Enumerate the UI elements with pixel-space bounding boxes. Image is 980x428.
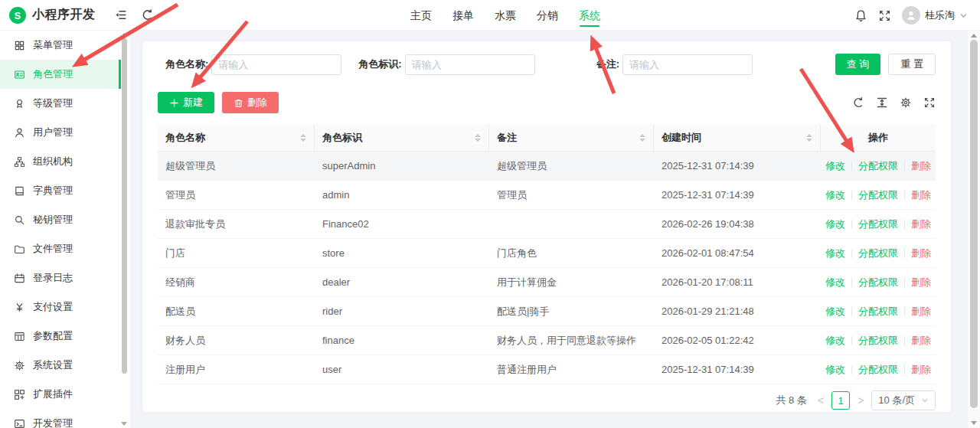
role-code-input[interactable] [405,54,535,75]
column-header-role-code[interactable]: 角色标识 [315,124,489,151]
fullscreen-icon[interactable] [878,9,891,22]
tab-distribution[interactable]: 分销 [537,0,558,31]
reset-button[interactable]: 重 置 [888,54,936,75]
prev-page-button[interactable]: < [818,394,824,407]
bell-icon[interactable] [854,9,867,22]
table-row[interactable]: 注册用户 user 普通注册用户 2025-12-31 07:14:39 修改 … [158,355,936,384]
sidebar-item-level-management[interactable]: 等级管理 [0,89,130,118]
sidebar-item-file-management[interactable]: 文件管理 [0,234,130,263]
sidebar-item-organization[interactable]: 组织机构 [0,147,130,176]
scroll-down-icon[interactable] [971,421,977,425]
sidebar-scrollbar[interactable] [122,38,127,374]
role-name-label: 角色名称: [165,57,208,71]
refresh-icon[interactable] [141,8,154,21]
assign-permissions-link[interactable]: 分配权限 [858,305,898,319]
sidebar-item-menu-management[interactable]: 菜单管理 [0,31,130,60]
sidebar-item-plugins[interactable]: 扩展插件 [0,380,130,409]
table-row[interactable]: 配送员 rider 配送员|骑手 2026-01-29 21:21:48 修改 … [158,297,936,326]
column-header-remark[interactable]: 备注 [489,124,654,151]
edit-link[interactable]: 修改 [825,188,845,202]
user-name: 桂乐淘 [925,8,955,22]
sidebar-item-payment-settings[interactable]: 支付设置 [0,292,130,322]
edit-link[interactable]: 修改 [825,217,845,231]
table-row[interactable]: 经销商 dealer 用于计算佣金 2026-01-20 17:08:11 修改… [158,268,936,297]
edit-link[interactable]: 修改 [825,334,845,348]
edit-link[interactable]: 修改 [825,305,845,319]
table-row[interactable]: 管理员 admin 管理员 2025-12-31 07:14:39 修改 分配权… [158,181,936,210]
tab-system[interactable]: 系统 [579,0,600,31]
column-settings-gear-icon[interactable] [900,96,912,109]
remark-input[interactable] [622,54,753,75]
column-header-created-time[interactable]: 创建时间 [654,124,821,151]
edit-link[interactable]: 修改 [825,247,845,260]
sort-icon[interactable] [639,134,645,142]
column-header-role-name[interactable]: 角色名称 [158,124,315,151]
tab-orders[interactable]: 接单 [452,0,474,31]
sidebar-item-secret-keys[interactable]: 秘钥管理 [0,205,130,234]
delete-link[interactable]: 删除 [911,305,931,319]
sort-icon[interactable] [806,134,812,142]
table-row[interactable]: 退款审批专员 Finance02 2026-02-26 19:04:38 修改 … [158,210,936,239]
sidebar-item-system-settings[interactable]: 系统设置 [0,351,130,380]
delete-button[interactable]: 删除 [222,92,279,113]
cell-remark: 配送员|骑手 [489,297,654,325]
assign-permissions-link[interactable]: 分配权限 [858,276,898,289]
sidebar-item-login-logs[interactable]: 登录日志 [0,263,130,292]
page-scrollbar[interactable] [968,31,980,428]
edit-link[interactable]: 修改 [825,276,845,289]
sidebar-item-parameters[interactable]: 参数配置 [0,322,130,351]
user-menu[interactable]: 桂乐淘 [902,6,968,25]
sort-icon[interactable] [475,134,481,142]
sidebar-item-user-management[interactable]: 用户管理 [0,118,130,147]
cell-created-time: 2025-12-31 07:14:39 [654,181,821,209]
delete-link[interactable]: 删除 [911,363,931,377]
scroll-up-icon[interactable] [971,34,977,38]
role-management-panel: 角色名称: 角色标识: 备注: 查 询 重 置 [142,41,951,412]
table-row[interactable]: 财务人员 finance 财务人员，用于同意退款等操作 2026-02-05 0… [158,326,936,355]
delete-link[interactable]: 删除 [911,276,931,289]
menu-fold-icon[interactable] [114,8,127,21]
edit-link[interactable]: 修改 [825,363,845,377]
table-header: 角色名称 角色标识 备注 创建时间 [158,124,936,152]
tab-home[interactable]: 主页 [410,0,432,31]
scrollbar-thumb[interactable] [970,40,978,408]
sidebar-item-dictionary[interactable]: 字典管理 [0,176,130,205]
table-refresh-icon[interactable] [852,96,864,109]
assign-permissions-link[interactable]: 分配权限 [858,159,898,173]
sidebar-scroll-down-icon[interactable] [121,422,127,426]
delete-link[interactable]: 删除 [911,188,931,202]
filter-role-code: 角色标识: [358,54,534,75]
sort-icon[interactable] [300,134,306,142]
avatar [902,6,920,25]
page-size-select[interactable]: 10 条/页 [871,390,936,410]
search-button[interactable]: 查 询 [835,54,881,75]
role-name-input[interactable] [211,54,341,75]
assign-permissions-link[interactable]: 分配权限 [858,188,898,202]
delete-link[interactable]: 删除 [911,217,931,231]
table-fullscreen-icon[interactable] [923,96,936,109]
sidebar-item-dev-management[interactable]: 开发管理 [0,409,130,428]
sidebar-item-role-management[interactable]: 角色管理 [0,60,121,89]
table-row[interactable]: 门店 store 门店角色 2026-02-01 08:47:54 修改 分配权… [158,239,936,268]
delete-link[interactable]: 删除 [911,247,931,260]
svg-text:S: S [15,10,21,21]
assign-permissions-link[interactable]: 分配权限 [858,363,898,377]
table-toolbar: 新建 删除 [158,92,936,113]
current-page-button[interactable]: 1 [831,391,850,410]
delete-link[interactable]: 删除 [911,159,931,173]
delete-link[interactable]: 删除 [911,334,931,348]
tab-water-tickets[interactable]: 水票 [495,0,516,31]
role-code-label: 角色标识: [358,57,401,71]
cell-role-name: 管理员 [158,181,315,209]
row-height-icon[interactable] [876,96,888,109]
table-row[interactable]: 超级管理员 superAdmin 超级管理员 2025-12-31 07:14:… [158,152,936,181]
sidebar-scroll-up-icon[interactable] [121,33,127,37]
cell-remark: 超级管理员 [489,152,654,180]
create-button[interactable]: 新建 [158,92,214,113]
assign-permissions-link[interactable]: 分配权限 [858,334,898,348]
assign-permissions-link[interactable]: 分配权限 [858,247,898,260]
next-page-button[interactable]: > [858,394,864,407]
edit-link[interactable]: 修改 [825,159,845,173]
assign-permissions-link[interactable]: 分配权限 [858,217,898,231]
trash-icon [234,98,243,108]
